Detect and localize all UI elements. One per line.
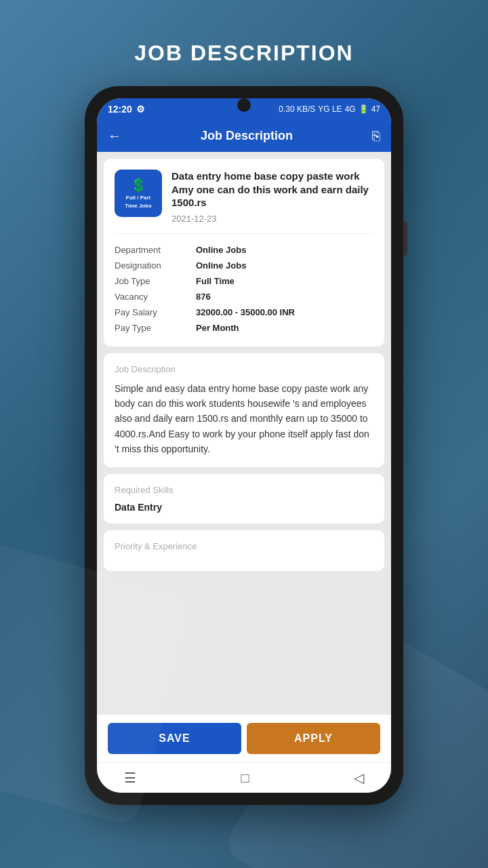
status-time-block: 12:20 ⚙ — [108, 104, 145, 115]
vacancy-value: 876 — [196, 292, 211, 302]
paytype-label: Pay Type — [115, 323, 196, 333]
app-header: ← Job Description ⎘ — [97, 120, 391, 152]
designation-value: Online Jobs — [196, 260, 246, 271]
salary-value: 32000.00 - 35000.00 INR — [196, 307, 295, 317]
settings-icon: ⚙ — [136, 104, 145, 115]
vacancy-label: Vacancy — [115, 292, 196, 302]
nav-home-icon[interactable]: □ — [241, 770, 249, 786]
logo-text-line2: Time Jobs — [125, 203, 151, 210]
job-logo: 💲 Full / Part Time Jobs — [115, 170, 162, 217]
phone-screen: 12:20 ⚙ 0.30 KB/S YG LE 4G 🔋 47 ← Job De… — [97, 98, 391, 793]
status-time: 12:20 — [108, 104, 132, 115]
share-button[interactable]: ⎘ — [372, 128, 380, 144]
header-title: Job Description — [201, 129, 293, 143]
network-type: YG LE — [318, 104, 342, 114]
content-scroll: 💲 Full / Part Time Jobs Data entry home … — [97, 152, 391, 715]
phone-side-button — [403, 222, 407, 256]
save-button[interactable]: SAVE — [108, 723, 241, 754]
phone-frame: 12:20 ⚙ 0.30 KB/S YG LE 4G 🔋 47 ← Job De… — [85, 86, 403, 805]
description-card: Job Description Simple and easy data ent… — [104, 353, 384, 468]
jobtype-label: Job Type — [115, 276, 196, 286]
department-label: Department — [115, 245, 196, 255]
detail-row-paytype: Pay Type Per Month — [115, 320, 373, 336]
designation-label: Designation — [115, 260, 196, 271]
job-title-block: Data entry home base copy paste work Amy… — [171, 170, 373, 224]
navigation-bar: ☰ □ ◁ — [97, 762, 391, 793]
status-icons-group: 0.30 KB/S YG LE 4G 🔋 47 — [279, 104, 380, 114]
skills-card: Required Skills Data Entry — [104, 474, 384, 524]
detail-row-salary: Pay Salary 32000.00 - 35000.00 INR — [115, 304, 373, 320]
skills-value: Data Entry — [115, 502, 373, 513]
jobtype-value: Full Time — [196, 276, 235, 286]
job-info-card: 💲 Full / Part Time Jobs Data entry home … — [104, 159, 384, 347]
nav-menu-icon[interactable]: ☰ — [124, 770, 136, 786]
description-text: Simple and easy data entry home base cop… — [115, 381, 373, 457]
skills-label: Required Skills — [115, 485, 373, 495]
logo-text-line1: Full / Part — [126, 195, 150, 201]
priority-label: Priority & Experience — [115, 541, 373, 551]
salary-label: Pay Salary — [115, 307, 196, 317]
description-label: Job Description — [115, 364, 373, 374]
paytype-value: Per Month — [196, 323, 239, 333]
network-speed: 0.30 KB/S — [279, 104, 315, 114]
job-title: Data entry home base copy paste work Amy… — [171, 170, 373, 210]
battery-icon: 🔋 — [359, 104, 369, 114]
job-details: Department Online Jobs Designation Onlin… — [115, 233, 373, 336]
department-value: Online Jobs — [196, 245, 246, 255]
apply-button[interactable]: APPLY — [247, 723, 380, 754]
priority-card: Priority & Experience — [104, 530, 384, 571]
detail-row-designation: Designation Online Jobs — [115, 258, 373, 273]
detail-row-department: Department Online Jobs — [115, 242, 373, 258]
phone-notch — [237, 98, 251, 112]
bottom-buttons: SAVE APPLY — [97, 715, 391, 762]
logo-icon: 💲 — [130, 177, 147, 193]
signal-icon: 4G — [345, 104, 356, 114]
page-background-title: JOB DESCRIPTION — [134, 41, 353, 66]
detail-row-vacancy: Vacancy 876 — [115, 289, 373, 304]
battery-level: 47 — [371, 104, 380, 114]
job-top: 💲 Full / Part Time Jobs Data entry home … — [115, 170, 373, 224]
job-date: 2021-12-23 — [171, 214, 373, 224]
back-button[interactable]: ← — [108, 128, 121, 144]
detail-row-jobtype: Job Type Full Time — [115, 273, 373, 289]
nav-back-icon[interactable]: ◁ — [354, 770, 364, 786]
